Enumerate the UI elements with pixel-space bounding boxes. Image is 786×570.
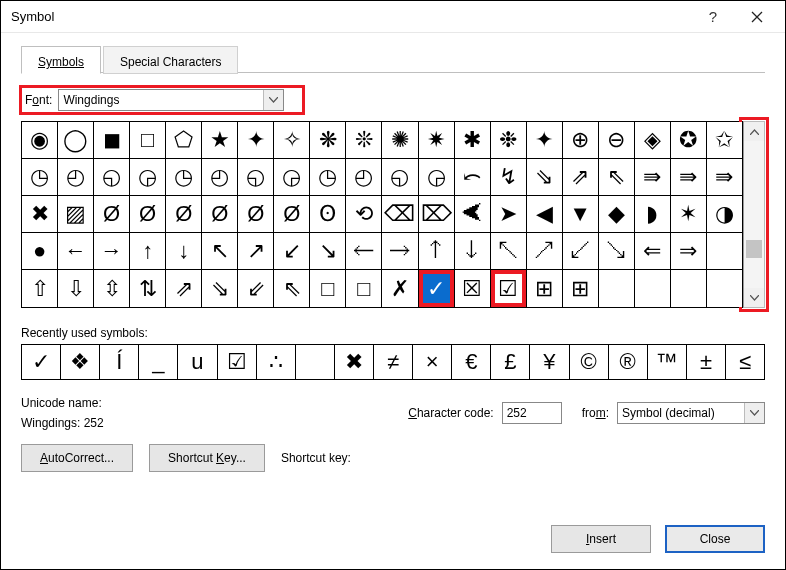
symbol-cell[interactable]: ◶: [130, 159, 166, 196]
symbol-cell[interactable]: ʘ: [310, 196, 346, 233]
symbol-cell[interactable]: ◴: [346, 159, 382, 196]
shortcut-key-button[interactable]: Shortcut Key...: [149, 444, 265, 472]
symbol-cell[interactable]: ▨: [58, 196, 94, 233]
symbol-cell[interactable]: 🡕: [527, 233, 563, 270]
symbol-cell[interactable]: ✦: [527, 122, 563, 159]
close-icon[interactable]: [735, 2, 779, 32]
recent-symbol[interactable]: €: [452, 345, 491, 379]
symbol-cell[interactable]: ⟲: [346, 196, 382, 233]
symbol-cell[interactable]: ☑: [491, 270, 527, 307]
symbol-cell[interactable]: Ø: [130, 196, 166, 233]
symbol-cell[interactable]: 🡔: [491, 233, 527, 270]
recent-symbol[interactable]: ∴: [257, 345, 296, 379]
symbol-cell[interactable]: ⇗: [166, 270, 202, 307]
symbol-cell[interactable]: [671, 270, 707, 307]
symbol-cell[interactable]: ⊕: [563, 122, 599, 159]
symbol-cell[interactable]: ◆: [599, 196, 635, 233]
symbol-cell[interactable]: ◷: [166, 159, 202, 196]
recent-symbol[interactable]: ☑: [218, 345, 257, 379]
recent-symbol[interactable]: ¥: [530, 345, 569, 379]
symbol-cell[interactable]: Ø: [94, 196, 130, 233]
symbol-cell[interactable]: ◈: [635, 122, 671, 159]
symbol-cell[interactable]: [707, 270, 743, 307]
scroll-down-icon[interactable]: [744, 288, 764, 307]
symbol-cell[interactable]: 🡐: [346, 233, 382, 270]
symbol-cell[interactable]: ✶: [671, 196, 707, 233]
symbol-cell[interactable]: ◵: [94, 159, 130, 196]
symbol-cell[interactable]: ⇛: [635, 159, 671, 196]
font-select[interactable]: Wingdings: [58, 89, 284, 111]
symbol-cell[interactable]: ↗: [238, 233, 274, 270]
symbol-cell[interactable]: ⬠: [166, 122, 202, 159]
symbol-cell[interactable]: ⇐: [635, 233, 671, 270]
symbol-cell[interactable]: ❉: [491, 122, 527, 159]
symbol-cell[interactable]: ↓: [166, 233, 202, 270]
symbol-cell[interactable]: ⇘: [527, 159, 563, 196]
symbol-cell[interactable]: ⇧: [22, 270, 58, 307]
symbol-cell[interactable]: [635, 270, 671, 307]
symbol-cell[interactable]: ⇩: [58, 270, 94, 307]
symbol-cell[interactable]: ◑: [707, 196, 743, 233]
symbol-cell[interactable]: ☒: [455, 270, 491, 307]
symbol-cell[interactable]: ↙: [274, 233, 310, 270]
symbol-cell[interactable]: ◯: [58, 122, 94, 159]
symbol-cell[interactable]: ✺: [382, 122, 418, 159]
symbol-cell[interactable]: ⤺: [455, 159, 491, 196]
symbol-cell[interactable]: ✓: [419, 270, 455, 307]
recent-symbol[interactable]: ≤: [726, 345, 765, 379]
symbol-cell[interactable]: ⇖: [274, 270, 310, 307]
symbol-cell[interactable]: ◴: [58, 159, 94, 196]
tab-special-characters[interactable]: Special Characters: [103, 46, 238, 74]
symbol-cell[interactable]: 🡗: [563, 233, 599, 270]
symbol-cell[interactable]: ➤: [491, 196, 527, 233]
recent-symbol[interactable]: Í: [100, 345, 139, 379]
symbol-cell[interactable]: Ø: [274, 196, 310, 233]
symbol-cell[interactable]: ✩: [707, 122, 743, 159]
recent-symbol[interactable]: ©: [570, 345, 609, 379]
symbol-cell[interactable]: 🡒: [382, 233, 418, 270]
symbol-cell[interactable]: ⇛: [707, 159, 743, 196]
symbol-cell[interactable]: □: [130, 122, 166, 159]
symbol-cell[interactable]: ◉: [22, 122, 58, 159]
symbol-cell[interactable]: ◷: [22, 159, 58, 196]
symbol-cell[interactable]: [599, 270, 635, 307]
insert-button[interactable]: Insert: [551, 525, 651, 553]
symbol-cell[interactable]: ↖: [202, 233, 238, 270]
symbol-cell[interactable]: ●: [22, 233, 58, 270]
charcode-input[interactable]: 252: [502, 402, 562, 424]
recent-symbol[interactable]: ®: [609, 345, 648, 379]
grid-scrollbar[interactable]: [743, 121, 765, 308]
symbol-cell[interactable]: ✗: [382, 270, 418, 307]
symbol-cell[interactable]: ⇅: [130, 270, 166, 307]
symbol-cell[interactable]: ⇗: [563, 159, 599, 196]
recent-symbol[interactable]: ❖: [61, 345, 100, 379]
recent-symbol[interactable]: ✓: [22, 345, 61, 379]
symbol-cell[interactable]: ◗: [635, 196, 671, 233]
symbol-cell[interactable]: ✱: [455, 122, 491, 159]
symbol-cell[interactable]: ⇒: [671, 233, 707, 270]
symbol-cell[interactable]: ◴: [202, 159, 238, 196]
symbol-cell[interactable]: ❊: [346, 122, 382, 159]
symbol-cell[interactable]: ⇳: [94, 270, 130, 307]
scroll-up-icon[interactable]: [744, 122, 764, 141]
symbol-cell[interactable]: ⌫: [382, 196, 418, 233]
symbol-cell[interactable]: 🡓: [455, 233, 491, 270]
recent-symbol[interactable]: £: [491, 345, 530, 379]
symbol-cell[interactable]: [707, 233, 743, 270]
from-select[interactable]: Symbol (decimal): [617, 402, 765, 424]
symbol-cell[interactable]: ⊖: [599, 122, 635, 159]
symbol-cell[interactable]: 🡖: [599, 233, 635, 270]
symbol-cell[interactable]: ⮜: [455, 196, 491, 233]
symbol-cell[interactable]: Ø: [238, 196, 274, 233]
symbol-cell[interactable]: ✷: [419, 122, 455, 159]
symbol-cell[interactable]: Ø: [202, 196, 238, 233]
symbol-cell[interactable]: ◵: [382, 159, 418, 196]
recent-symbol[interactable]: ™: [648, 345, 687, 379]
symbol-cell[interactable]: ◶: [419, 159, 455, 196]
close-button[interactable]: Close: [665, 525, 765, 553]
recent-symbol[interactable]: _: [139, 345, 178, 379]
symbol-cell[interactable]: ◶: [274, 159, 310, 196]
tab-symbols[interactable]: Symbols: [21, 46, 101, 74]
autocorrect-button[interactable]: AutoCorrect...: [21, 444, 133, 472]
symbol-cell[interactable]: Ø: [166, 196, 202, 233]
